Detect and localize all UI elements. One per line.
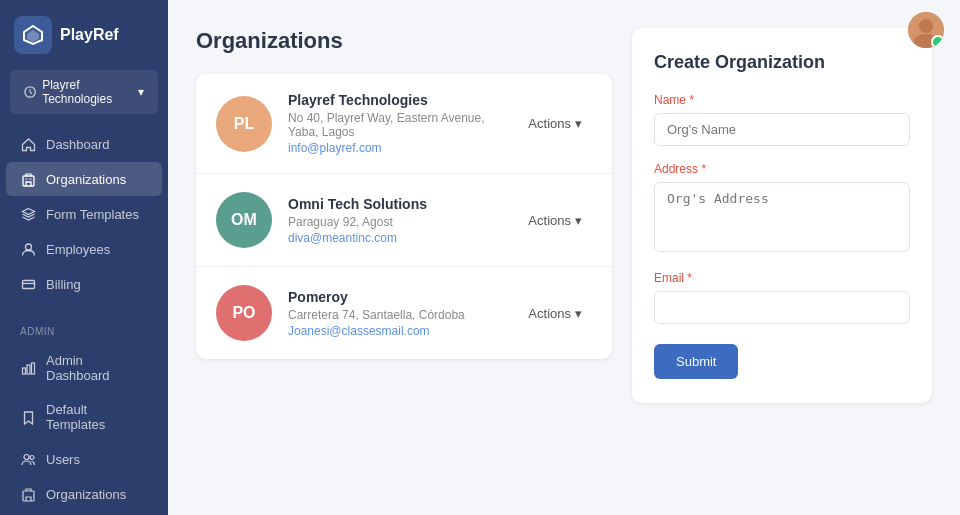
sidebar-item-billing-label: Billing (46, 277, 81, 292)
org-list: PL Playref Technologies No 40, Playref W… (196, 74, 612, 359)
sidebar-item-admin-dashboard[interactable]: Admin Dashboard (6, 344, 162, 392)
org-avatar-initials: OM (231, 211, 257, 229)
sidebar: PlayRef Playref Technologies ▾ Dashboard… (0, 0, 168, 515)
sidebar-item-admin-dashboard-label: Admin Dashboard (46, 353, 148, 383)
svg-point-4 (25, 244, 31, 250)
actions-label: Actions (528, 306, 571, 321)
org-info-po: Pomeroy Carretera 74, Santaella, Córdoba… (288, 289, 502, 338)
user-avatar[interactable] (908, 12, 944, 48)
building-icon (20, 171, 36, 187)
org-selector-chevron: ▾ (138, 85, 144, 99)
sidebar-item-dashboard[interactable]: Dashboard (6, 127, 162, 161)
svg-rect-5 (22, 280, 34, 288)
org-avatar-initials: PL (234, 115, 254, 133)
actions-chevron-icon: ▾ (575, 306, 582, 321)
sidebar-item-admin-organizations-label: Organizations (46, 487, 126, 502)
sidebar-item-admin-organizations[interactable]: Organizations (6, 477, 162, 511)
create-org-card: Create Organization Name * Address * (632, 28, 932, 403)
org-name: Pomeroy (288, 289, 502, 305)
name-form-group: Name * (654, 93, 910, 146)
name-required: * (689, 93, 694, 107)
org-name: Playref Technologies (288, 92, 502, 108)
sidebar-logo: PlayRef (0, 0, 168, 70)
right-pane: Create Organization Name * Address * (632, 28, 932, 487)
topbar-user-area (908, 12, 944, 48)
org-address-input[interactable] (654, 182, 910, 252)
sidebar-item-employees-label: Employees (46, 242, 110, 257)
svg-rect-6 (22, 368, 25, 374)
org-email-input[interactable] (654, 291, 910, 324)
svg-point-9 (24, 454, 29, 459)
sidebar-item-employees[interactable]: Employees (6, 232, 162, 266)
table-row: OM Omni Tech Solutions Paraguay 92, Agos… (196, 174, 612, 267)
table-row: PO Pomeroy Carretera 74, Santaella, Córd… (196, 267, 612, 359)
building2-icon (20, 486, 36, 502)
home-icon (20, 136, 36, 152)
svg-point-10 (30, 455, 34, 459)
actions-chevron-icon: ▾ (575, 213, 582, 228)
actions-label: Actions (528, 213, 571, 228)
svg-rect-8 (31, 363, 34, 374)
sidebar-item-users[interactable]: Users (6, 442, 162, 476)
email-form-group: Email * (654, 271, 910, 324)
address-form-group: Address * (654, 162, 910, 255)
sidebar-item-organizations-label: Organizations (46, 172, 126, 187)
org-selector-label: Playref Technologies (42, 78, 138, 106)
actions-button-po[interactable]: Actions ▾ (518, 300, 592, 327)
org-email: diva@meantinc.com (288, 231, 502, 245)
sidebar-item-users-label: Users (46, 452, 80, 467)
org-avatar-initials: PO (232, 304, 255, 322)
sidebar-main-nav: Dashboard Organizations Form Templates E… (0, 126, 168, 302)
credit-card-icon (20, 276, 36, 292)
org-avatar-pl: PL (216, 96, 272, 152)
sidebar-item-form-templates[interactable]: Form Templates (6, 197, 162, 231)
org-avatar-po: PO (216, 285, 272, 341)
org-address: Carretera 74, Santaella, Córdoba (288, 308, 502, 322)
sidebar-item-form-templates-label: Form Templates (46, 207, 139, 222)
org-name-input[interactable] (654, 113, 910, 146)
org-selector[interactable]: Playref Technologies ▾ (10, 70, 158, 114)
sidebar-item-dashboard-label: Dashboard (46, 137, 110, 152)
svg-rect-7 (27, 365, 30, 374)
sidebar-item-billing[interactable]: Billing (6, 267, 162, 301)
actions-button-om[interactable]: Actions ▾ (518, 207, 592, 234)
logo-text: PlayRef (60, 26, 119, 44)
admin-section-label: ADMIN (0, 322, 168, 343)
page-title: Organizations (196, 28, 612, 54)
logo-icon (14, 16, 52, 54)
online-indicator (934, 38, 944, 48)
actions-button-pl[interactable]: Actions ▾ (518, 110, 592, 137)
org-email: info@playref.com (288, 141, 502, 155)
org-address: Paraguay 92, Agost (288, 215, 502, 229)
address-required: * (701, 162, 706, 176)
sidebar-item-organizations[interactable]: Organizations (6, 162, 162, 196)
bookmark-icon (20, 409, 36, 425)
layers-icon (20, 206, 36, 222)
address-label: Address * (654, 162, 910, 176)
actions-label: Actions (528, 116, 571, 131)
org-email: Joanesi@classesmail.com (288, 324, 502, 338)
org-name: Omni Tech Solutions (288, 196, 502, 212)
name-label: Name * (654, 93, 910, 107)
person-icon (20, 241, 36, 257)
sidebar-item-default-templates-label: Default Templates (46, 402, 148, 432)
email-required: * (687, 271, 692, 285)
table-row: PL Playref Technologies No 40, Playref W… (196, 74, 612, 174)
sidebar-admin-nav: Admin Dashboard Default Templates Users … (0, 343, 168, 515)
org-address: No 40, Playref Way, Eastern Avenue, Yaba… (288, 111, 502, 139)
people-icon (20, 451, 36, 467)
chart-icon (20, 360, 36, 376)
org-info-pl: Playref Technologies No 40, Playref Way,… (288, 92, 502, 155)
sidebar-item-default-templates[interactable]: Default Templates (6, 393, 162, 441)
svg-rect-11 (23, 491, 34, 501)
org-avatar-om: OM (216, 192, 272, 248)
svg-point-15 (919, 19, 933, 33)
left-pane: Organizations PL Playref Technologies No… (196, 28, 612, 487)
svg-marker-1 (27, 30, 39, 42)
email-label: Email * (654, 271, 910, 285)
create-org-title: Create Organization (654, 52, 910, 73)
main-content: Organizations PL Playref Technologies No… (168, 0, 960, 515)
svg-rect-3 (23, 176, 34, 186)
actions-chevron-icon: ▾ (575, 116, 582, 131)
submit-button[interactable]: Submit (654, 344, 738, 379)
